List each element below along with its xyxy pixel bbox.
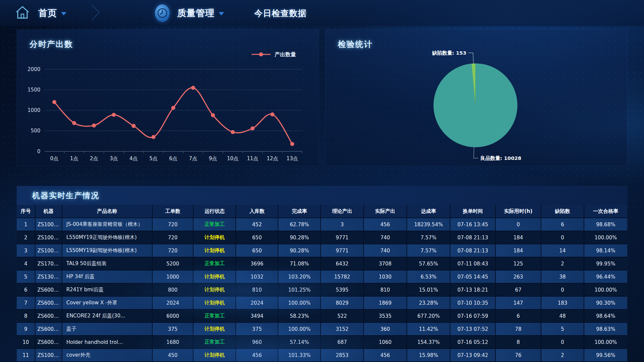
hourly-output-line-chart[interactable]: 05001000150020000点1点2点3点4点5点6点7点9点10点11点… [17, 29, 319, 167]
table-cell: 71.08% [278, 257, 321, 270]
table-cell: 7.57% [407, 231, 450, 244]
table-cell: 810 [236, 283, 278, 296]
table-cell: 100.00% [278, 322, 321, 336]
svg-text:2000: 2000 [28, 66, 40, 72]
run-status-cell: 正常加工 [193, 336, 236, 349]
table-cell: 3152 [321, 322, 363, 336]
table-row[interactable]: 3ZS1000T1L550MY19副驾驶外饰板(檀木)720计划停机65090.… [17, 244, 627, 257]
table-cell: 101.25% [278, 283, 321, 296]
svg-text:1点: 1点 [70, 156, 78, 162]
table-row[interactable]: 11ZS1000T2cover外壳450计划停机456101.33%285345… [17, 349, 627, 362]
table-cell: 6000 [152, 309, 193, 322]
table-cell: 57.65% [407, 257, 450, 270]
table-row[interactable]: 2ZS1000T1L550MY19正驾驶外饰板(檀木)720计划停机65090.… [17, 231, 627, 244]
table-cell: 720 [152, 218, 193, 231]
table-cell: 154.37% [407, 336, 450, 349]
table-cell: 2024 [236, 296, 278, 309]
table-cell: 90.28% [278, 231, 321, 244]
inspection-pie-chart[interactable]: 缺陷数量: 153良品数量: 10028 [325, 29, 627, 165]
svg-text:1000: 1000 [28, 107, 40, 113]
table-row[interactable]: 8ZS600T5ENCORE2 24f 后盖(30...6000正常加工3494… [17, 309, 627, 322]
run-status-cell: 计划停机 [193, 270, 236, 283]
nav-item-home[interactable]: 首页 [38, 7, 66, 19]
column-header: 工单数 [152, 205, 193, 218]
table-cell: 38 [541, 270, 584, 283]
table-cell: 1 [17, 218, 35, 231]
table-cell: 6.53% [407, 270, 450, 283]
svg-text:1500: 1500 [28, 87, 40, 93]
run-status-cell: 计划停机 [193, 231, 236, 244]
table-row[interactable]: 6ZS600T3R241Y bmi后盖800计划停机810101.25%5395… [17, 283, 627, 296]
table-cell: 07-10 10:35 [450, 296, 495, 309]
table-cell: 800 [152, 283, 193, 296]
table-cell: 99.56% [584, 349, 627, 362]
run-status-cell: 计划停机 [193, 244, 236, 257]
table-cell: 07-16 05:12 [450, 336, 495, 349]
inspection-stats-panel: 检验统计 缺陷数量: 153良品数量: 10028 [325, 29, 627, 166]
table-cell: ZS600T5 [35, 309, 62, 322]
table-cell: 456 [236, 349, 278, 362]
svg-text:缺陷数量: 153: 缺陷数量: 153 [432, 50, 467, 56]
table-cell: 184 [495, 231, 541, 244]
run-status-cell: 正常加工 [193, 309, 236, 322]
table-title: 机器实时生产情况 [17, 186, 627, 205]
table-row[interactable]: 9ZS600T8盖子375计划停机375100.00%315236011.42%… [17, 322, 627, 336]
table-cell: 15782 [321, 270, 363, 283]
table-cell: ZS600T3 [35, 283, 62, 296]
table-cell: 07-11 08:43 [450, 257, 495, 270]
table-cell: 11 [17, 349, 35, 362]
table-cell: 375 [152, 322, 193, 336]
table-cell: 740 [364, 244, 407, 257]
column-header: 序号 [17, 205, 35, 218]
table-cell: 3494 [236, 309, 278, 322]
run-status-cell: 计划停机 [193, 349, 236, 362]
nav-item-today-data[interactable]: 今日检查数据 [254, 8, 307, 19]
nav-item-quality[interactable]: 质量管理 [177, 7, 224, 19]
table-cell: L550MY19副驾驶外饰板(檀木) [62, 244, 152, 257]
clock-icon [155, 4, 170, 22]
table-cell: 盖子 [62, 322, 152, 336]
table-cell: 6 [17, 283, 35, 296]
table-cell: 9771 [321, 244, 363, 257]
table-cell: 1680 [152, 336, 193, 349]
table-cell: 2 [17, 231, 35, 244]
table-cell: 3 [17, 244, 35, 257]
svg-text:10点: 10点 [227, 156, 238, 162]
table-cell: 2024 [152, 296, 193, 309]
table-cell: 98.63% [584, 322, 627, 336]
home-icon[interactable] [15, 5, 30, 21]
svg-text:12点: 12点 [267, 156, 278, 162]
table-cell: 5 [541, 322, 584, 336]
run-status-cell: 正常加工 [193, 218, 236, 231]
table-row[interactable]: 5ZS1300THP 34f 后盖1000计划停机1032103.20%1578… [17, 270, 627, 283]
column-header: 实际产出 [364, 205, 407, 218]
table-cell: 2853 [321, 349, 363, 362]
table-cell: 5395 [321, 283, 363, 296]
table-cell: ZS600T6 [35, 296, 62, 309]
table-cell: 98.14% [584, 244, 627, 257]
table-cell: 7 [17, 296, 35, 309]
table-cell: 23.28% [407, 296, 450, 309]
svg-text:3点: 3点 [110, 156, 118, 162]
table-cell: 78 [495, 322, 541, 336]
table-cell: 18239.54% [407, 218, 450, 231]
table-cell: 456 [364, 218, 407, 231]
table-cell: 101.33% [278, 349, 321, 362]
table-cell: 10 [17, 336, 35, 349]
table-cell: 3 [321, 218, 363, 231]
column-header: 运行状态 [193, 205, 236, 218]
table-row[interactable]: 10ZS600T7Holder handhold trol...1680正常加工… [17, 336, 627, 349]
table-row[interactable]: 1ZS1000T3JS-004乘客座靠背椅背板（檀木）720正常加工45262.… [17, 218, 627, 231]
table-cell: R241Y bmi后盖 [62, 283, 152, 296]
table-cell: 98.64% [584, 309, 627, 322]
table-cell: L550MY19正驾驶外饰板(檀木) [62, 231, 152, 244]
table-cell: 3708 [364, 257, 407, 270]
chevron-down-icon [219, 12, 224, 15]
table-cell: 1060 [364, 336, 407, 349]
table-row[interactable]: 7ZS600T6Cover yellow X -外罩2024计划停机202410… [17, 296, 627, 309]
table-cell: 456 [364, 349, 407, 362]
table-row[interactable]: 4ZS1700TTAL9 50后盖组装5200正常加工369671.08%643… [17, 257, 627, 270]
table-cell: 0 [541, 231, 584, 244]
table-cell: 810 [364, 283, 407, 296]
column-header: 入库数 [236, 205, 278, 218]
